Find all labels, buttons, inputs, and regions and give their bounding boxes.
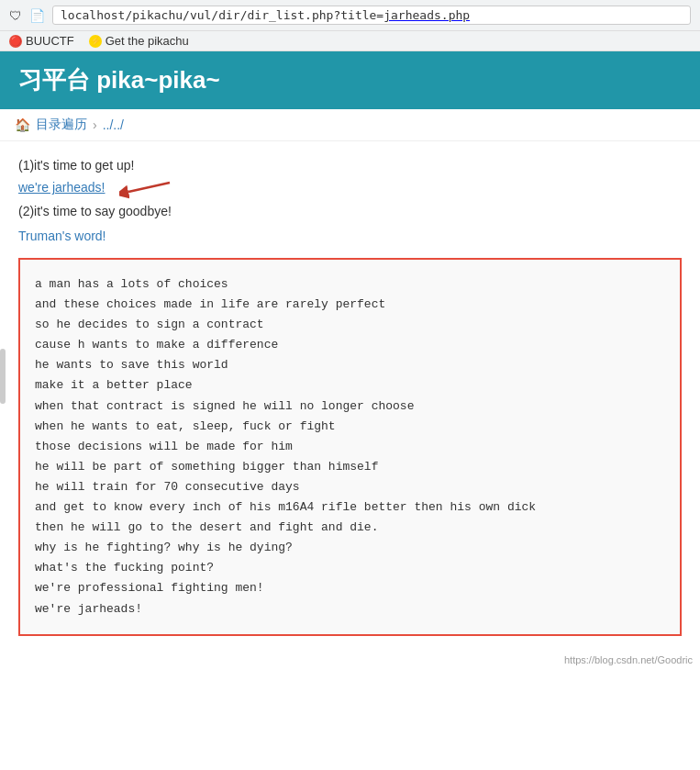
text-line: he wants to save this world <box>35 355 665 375</box>
site-header: 习平台 pika~pika~ <box>0 51 700 109</box>
text-line: when that contract is signed he will no … <box>35 396 665 417</box>
bookmark-pikachu-label: Get the pikachu <box>106 34 189 48</box>
bookmark-buuctf[interactable]: 🔴 BUUCTF <box>9 34 74 48</box>
text-line: a man has a lots of choices <box>35 274 665 295</box>
text-line: make it a better place <box>35 375 665 396</box>
breadcrumb-link-dir[interactable]: 目录遍历 <box>36 117 87 133</box>
main-content: (1)it's time to get up! we're jarheads! … <box>0 141 700 651</box>
url-bar[interactable]: localhost/pikachu/vul/dir/dir_list.php?t… <box>52 6 691 25</box>
url-suffix: jarheads.php <box>383 8 470 22</box>
watermark-text: https://blog.csdn.net/Goodric <box>564 654 693 665</box>
line2: (2)it's time to say goodbye! <box>18 202 682 221</box>
svg-line-1 <box>128 183 170 192</box>
buuctf-icon: 🔴 <box>9 35 22 48</box>
text-box: a man has a lots of choicesand these cho… <box>18 258 682 636</box>
home-icon: 🏠 <box>15 117 30 132</box>
text-line: we're jarheads! <box>35 599 665 619</box>
line1: (1)it's time to get up! <box>18 156 682 175</box>
url-prefix: localhost/pikachu/vul/dir/dir_list.php?t… <box>61 8 383 22</box>
left-scrollbar[interactable] <box>0 349 6 404</box>
text-line: what's the fucking point? <box>35 558 665 578</box>
pikachu-icon: ⚡ <box>89 35 102 48</box>
bookmarks-bar: 🔴 BUUCTF ⚡ Get the pikachu <box>0 31 700 51</box>
text-line: when he wants to eat, sleep, fuck or fig… <box>35 417 665 437</box>
text-line: those decisions will be made for him <box>35 437 665 457</box>
jarheads-link[interactable]: we're jarheads! <box>18 180 106 195</box>
text-line: why is he fighting? why is he dying? <box>35 538 665 558</box>
breadcrumb-current: ../../ <box>103 117 124 132</box>
text-line: and get to know every inch of his m16A4 … <box>35 497 665 518</box>
truman-link[interactable]: Truman's word! <box>18 229 682 243</box>
text-line: so he decides to sign a contract <box>35 315 665 335</box>
bookmark-buuctf-label: BUUCTF <box>26 34 74 48</box>
text-line: and these choices made in life are rarel… <box>35 295 665 315</box>
site-title: 习平台 pika~pika~ <box>18 66 220 94</box>
breadcrumb-bar: 🏠 目录遍历 › ../../ <box>0 109 700 141</box>
browser-bar: 🛡 📄 localhost/pikachu/vul/dir/dir_list.p… <box>0 0 700 31</box>
watermark: https://blog.csdn.net/Goodric <box>0 651 700 669</box>
breadcrumb-separator: › <box>93 117 97 132</box>
red-arrow-annotation <box>119 175 174 206</box>
text-line: cause h wants to make a difference <box>35 335 665 355</box>
page-icon: 📄 <box>29 8 45 23</box>
shield-icon: 🛡 <box>9 8 22 23</box>
bookmark-pikachu[interactable]: ⚡ Get the pikachu <box>89 34 189 48</box>
text-line: then he will go to the desert and fight … <box>35 518 665 538</box>
text-line: we're professional fighting men! <box>35 578 665 598</box>
text-line: he will be part of something bigger than… <box>35 457 665 477</box>
text-line: he will train for 70 consecutive days <box>35 477 665 497</box>
